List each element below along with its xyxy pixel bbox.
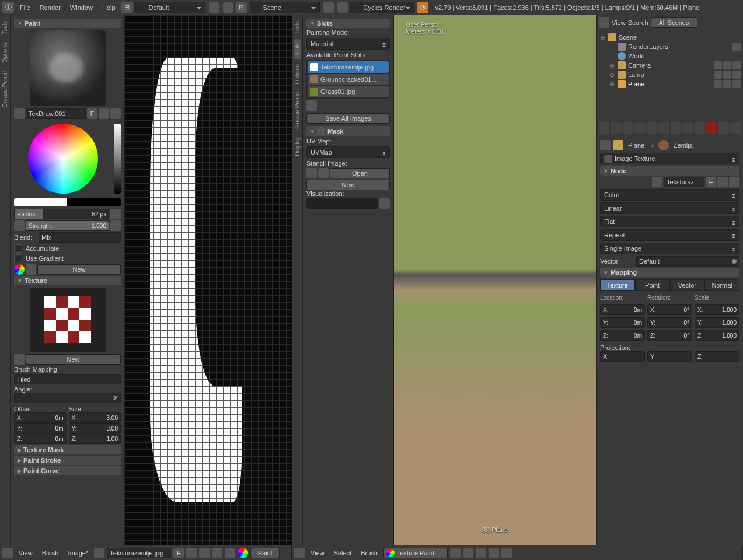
pin-icon[interactable] xyxy=(600,140,611,150)
vtab-options[interactable]: Options xyxy=(2,39,8,66)
projection-dropdown[interactable]: Flat xyxy=(600,216,739,228)
tex-del-icon[interactable] xyxy=(729,177,739,187)
ptab-material[interactable] xyxy=(694,122,704,134)
vtab-slots[interactable]: Slots xyxy=(294,39,301,59)
brush-browse-icon[interactable] xyxy=(14,108,25,119)
paint-stroke-header[interactable]: Paint Stroke xyxy=(14,456,121,465)
tab-point[interactable]: Point xyxy=(635,279,670,291)
offset-y[interactable]: Y:0m xyxy=(14,423,67,433)
texture-add-icon[interactable] xyxy=(14,354,25,365)
uv-img-add[interactable] xyxy=(186,548,197,558)
snap-icon[interactable] xyxy=(489,548,499,558)
outliner-search[interactable]: Search xyxy=(628,19,648,26)
rot-y[interactable]: Y:0° xyxy=(647,317,692,328)
color-wheel[interactable] xyxy=(28,124,98,194)
colorspace-dropdown[interactable]: Color xyxy=(600,189,739,201)
save-all-images-btn[interactable]: Save All Images xyxy=(306,113,390,124)
pivot-icon[interactable] xyxy=(463,548,473,558)
ptab-render[interactable] xyxy=(599,122,609,134)
3d-editor-icon[interactable] xyxy=(294,548,305,558)
visualization-color[interactable] xyxy=(306,198,378,209)
menu-render[interactable]: Render xyxy=(36,4,64,11)
uv-mode-icon[interactable] xyxy=(238,548,248,558)
3d-menu-brush[interactable]: Brush xyxy=(357,550,381,556)
3d-mode-dropdown[interactable]: Texture Paint xyxy=(383,548,448,558)
outliner-filter[interactable]: All Scenes xyxy=(651,18,697,28)
stencil-browse-icon[interactable] xyxy=(306,168,317,178)
node-header[interactable]: Node xyxy=(600,166,739,176)
uv-img-fake[interactable]: F xyxy=(173,548,184,558)
cursor-icon[interactable] xyxy=(723,61,731,69)
texture-preview[interactable] xyxy=(30,288,106,352)
vector-input[interactable]: Default xyxy=(636,256,739,267)
scale-x[interactable]: X:1.000 xyxy=(695,304,739,315)
tree-renderlayers[interactable]: RenderLayers xyxy=(599,42,741,51)
painting-mode-dropdown[interactable]: Material xyxy=(306,38,390,50)
tex-browse-icon[interactable] xyxy=(652,177,662,187)
scale-y[interactable]: Y:1.000 xyxy=(695,317,739,328)
color-hex-slider[interactable] xyxy=(14,198,121,206)
ptab-texture[interactable] xyxy=(706,122,717,134)
tree-world[interactable]: World xyxy=(599,51,741,61)
strength-slider[interactable]: Strength:1.000 xyxy=(26,220,109,231)
layout-browse-icon[interactable]: ⊞ xyxy=(121,2,133,13)
source-dropdown[interactable]: Single Image xyxy=(600,243,739,254)
brush-preview[interactable] xyxy=(30,30,106,106)
slot-item-1[interactable]: Groundcracked01.... xyxy=(308,74,389,85)
menu-help[interactable]: Help xyxy=(99,4,119,11)
proj-y[interactable]: Y xyxy=(647,351,692,362)
loc-x[interactable]: X:0m xyxy=(600,304,645,315)
radius-slider[interactable]: Radius:52 px xyxy=(14,209,109,219)
brush-add-btn[interactable] xyxy=(99,108,109,119)
scene-browse-icon[interactable]: ⊡ xyxy=(236,2,247,13)
menu-window[interactable]: Window xyxy=(67,4,96,11)
scale-z[interactable]: Z:1.000 xyxy=(695,330,739,341)
crumb-material[interactable]: Zemlja xyxy=(671,142,695,149)
paint-header[interactable]: Paint xyxy=(14,19,121,28)
angle-slider[interactable]: 0° xyxy=(14,393,121,403)
brush-fake-user[interactable]: F xyxy=(87,108,97,119)
visualization-invert-icon[interactable] xyxy=(379,198,390,209)
size-z[interactable]: Z:1.00 xyxy=(69,433,121,444)
vtab-tools[interactable]: Tools xyxy=(2,18,8,38)
tab-vector[interactable]: Vector xyxy=(670,279,705,291)
slot-item-0[interactable]: Teksturazemlje.jpg xyxy=(308,61,389,73)
color-palette-icon[interactable] xyxy=(14,264,25,275)
uv-img-del[interactable] xyxy=(212,548,222,558)
interp-dropdown[interactable]: Linear xyxy=(600,202,739,214)
loc-y[interactable]: Y:0m xyxy=(600,317,645,328)
ptab-constraint[interactable] xyxy=(658,122,669,134)
uv-img-reload[interactable] xyxy=(225,548,235,558)
ptab-world[interactable] xyxy=(634,122,645,134)
info-icon[interactable]: ⓘ xyxy=(2,2,14,13)
strength-lock-icon[interactable] xyxy=(14,220,25,231)
uv-img-browse-icon[interactable] xyxy=(94,548,104,558)
blend-dropdown[interactable]: Mix xyxy=(39,232,121,243)
restrict-render-icon[interactable] xyxy=(732,43,741,51)
proj-z[interactable]: Z xyxy=(695,351,739,362)
tree-scene[interactable]: ⊖Scene xyxy=(599,33,741,42)
tex-name-field[interactable]: Teksturaz xyxy=(664,177,704,187)
vtab-tools2[interactable]: Tools xyxy=(294,18,301,38)
ptab-object[interactable] xyxy=(647,122,657,134)
uv-menu-brush[interactable]: Brush xyxy=(39,550,62,556)
extension-dropdown[interactable]: Repeat xyxy=(600,229,739,241)
engine-dropdown[interactable]: Cycles Render xyxy=(350,2,414,13)
3d-menu-select[interactable]: Select xyxy=(330,550,355,556)
strength-pressure-icon[interactable] xyxy=(110,220,121,231)
uv-menu-view[interactable]: View xyxy=(15,550,36,556)
brush-name-field[interactable]: TexDraw.001 xyxy=(26,108,86,119)
crumb-object[interactable]: Plane xyxy=(626,142,647,149)
mask-header[interactable]: Mask xyxy=(306,126,390,136)
tex-open-icon[interactable] xyxy=(717,177,728,187)
uv-image-name[interactable]: Teksturazemlje.jpg xyxy=(107,548,171,558)
texture-new-btn[interactable]: New xyxy=(26,354,121,365)
uv-mode-dropdown[interactable]: Paint xyxy=(250,548,280,558)
offset-z[interactable]: Z:0m xyxy=(14,433,67,444)
layout-add-btn[interactable] xyxy=(209,2,219,13)
layout-dropdown[interactable]: Default xyxy=(135,2,205,13)
gradient-checkbox[interactable] xyxy=(14,254,22,262)
uv-menu-image[interactable]: Image* xyxy=(64,550,92,556)
uv-editor-icon[interactable] xyxy=(2,548,13,558)
outliner-editor-icon[interactable] xyxy=(599,18,609,28)
